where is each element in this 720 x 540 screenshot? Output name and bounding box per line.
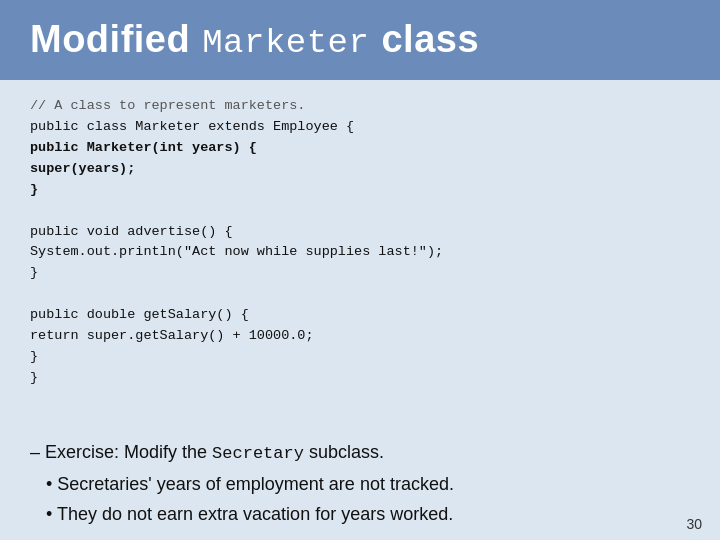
code-line-10 <box>30 284 690 305</box>
title-class: class <box>381 18 479 61</box>
code-line-4: super(years); <box>30 159 690 180</box>
exercise-mono: Secretary <box>212 444 304 463</box>
slide: Modified Marketer class // A class to re… <box>0 0 720 540</box>
code-line-3: public Marketer(int years) { <box>30 138 690 159</box>
code-line-11: public double getSalary() { <box>30 305 690 326</box>
code-line-12: return super.getSalary() + 10000.0; <box>30 326 690 347</box>
exercise-section: – Exercise: Modify the Secretary subclas… <box>30 437 690 530</box>
code-line-7: public void advertise() { <box>30 222 690 243</box>
code-line-2: public class Marketer extends Employee { <box>30 117 690 138</box>
exercise-intro: – Exercise: Modify the <box>30 442 207 462</box>
code-line-13: } <box>30 347 690 368</box>
code-line-8: System.out.println("Act now while suppli… <box>30 242 690 263</box>
title-marketer: Marketer <box>202 24 369 62</box>
code-line-6 <box>30 201 690 222</box>
slide-title: Modified Marketer class <box>30 18 479 62</box>
slide-content: // A class to represent marketers. publi… <box>0 80 720 540</box>
code-line-5: } <box>30 180 690 201</box>
code-block: // A class to represent marketers. publi… <box>30 96 690 389</box>
page-number: 30 <box>686 516 702 532</box>
exercise-bullet2: • They do not earn extra vacation for ye… <box>30 499 690 530</box>
exercise-bullet1: • Secretaries' years of employment are n… <box>30 469 690 500</box>
code-line-9: } <box>30 263 690 284</box>
exercise-intro-end: subclass. <box>309 442 384 462</box>
code-line-14: } <box>30 368 690 389</box>
slide-header: Modified Marketer class <box>0 0 720 80</box>
code-line-1: // A class to represent marketers. <box>30 96 690 117</box>
exercise-intro-line: – Exercise: Modify the Secretary subclas… <box>30 437 690 469</box>
title-modified: Modified <box>30 18 190 61</box>
